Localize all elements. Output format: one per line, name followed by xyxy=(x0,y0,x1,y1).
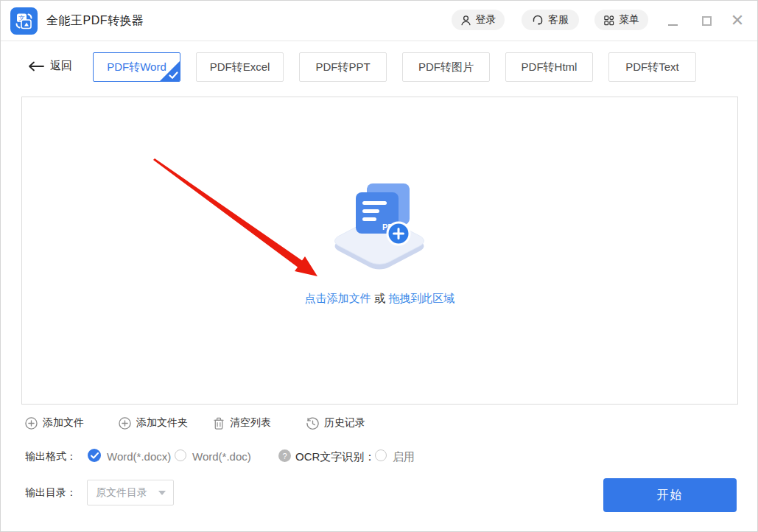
back-arrow-icon xyxy=(28,61,44,71)
login-button[interactable]: 登录 xyxy=(452,10,505,30)
tab-pdf-to-image[interactable]: PDF转图片 xyxy=(402,52,490,82)
tab-pdf-to-ppt[interactable]: PDF转PPT xyxy=(299,52,387,82)
clear-list-button[interactable]: 清空列表 xyxy=(213,415,271,431)
add-pdf-icon[interactable]: PDF xyxy=(329,178,432,270)
tab-pdf-to-word[interactable]: PDF转Word xyxy=(93,52,180,82)
add-folder-label: 添加文件夹 xyxy=(136,416,188,430)
or-text: 或 xyxy=(371,292,388,304)
minimize-icon xyxy=(668,24,678,26)
add-file-button[interactable]: 添加文件 xyxy=(25,415,84,431)
radio-doc[interactable] xyxy=(175,449,186,461)
clear-list-label: 清空列表 xyxy=(230,416,271,430)
menu-button[interactable]: 菜单 xyxy=(594,10,648,30)
output-format-label: 输出格式： xyxy=(25,450,77,463)
add-files-link[interactable]: 点击添加文件 xyxy=(305,292,371,304)
ocr-label: OCR文字识别： xyxy=(295,450,375,464)
tab-label: PDF转图片 xyxy=(418,60,474,74)
ocr-help-icon[interactable]: ? xyxy=(278,449,291,462)
maximize-icon xyxy=(702,16,712,26)
tab-label: PDF转Html xyxy=(522,60,578,74)
ocr-enable-label[interactable]: 启用 xyxy=(393,450,415,464)
output-dir-select[interactable]: 原文件目录 xyxy=(87,480,174,505)
dropzone-panel[interactable]: PDF 点击添加文件 或 拖拽到此区域 xyxy=(21,97,738,405)
customer-service-label: 客服 xyxy=(548,13,569,27)
titlebar: 文 全能王PDF转换器 登录 客服 菜单 ✕ xyxy=(1,1,757,41)
drag-here-link[interactable]: 拖拽到此区域 xyxy=(388,292,455,304)
output-dir-value: 原文件目录 xyxy=(96,486,147,500)
dropzone-hint: 点击添加文件 或 拖拽到此区域 xyxy=(22,292,737,306)
history-button[interactable]: 历史记录 xyxy=(306,415,365,431)
app-title: 全能王PDF转换器 xyxy=(46,13,144,29)
active-check-icon xyxy=(160,61,180,81)
tab-pdf-to-excel[interactable]: PDF转Excel xyxy=(196,52,284,82)
app-logo-icon: 文 xyxy=(10,7,38,35)
tab-pdf-to-text[interactable]: PDF转Text xyxy=(608,52,696,82)
tab-pdf-to-html[interactable]: PDF转Html xyxy=(505,52,593,82)
menu-label: 菜单 xyxy=(619,13,639,27)
tab-label: PDF转Text xyxy=(625,60,679,74)
tab-label: PDF转PPT xyxy=(315,60,370,74)
tab-label: PDF转Excel xyxy=(210,60,270,74)
app-window: 文 全能王PDF转换器 登录 客服 菜单 ✕ 返回 PDF转Wor xyxy=(0,0,758,532)
user-icon xyxy=(460,15,471,26)
add-circle-icon xyxy=(119,417,131,430)
grid-menu-icon xyxy=(603,15,614,26)
maximize-button[interactable] xyxy=(695,8,718,33)
tab-label: PDF转Word xyxy=(107,60,166,74)
headset-icon xyxy=(532,14,544,26)
output-dir-label: 输出目录： xyxy=(25,486,77,500)
trash-icon xyxy=(213,417,225,430)
radio-docx-label[interactable]: Word(*.docx) xyxy=(107,450,171,463)
output-format-row: 输出格式： Word(*.docx) Word(*.doc) ? OCR文字识别… xyxy=(1,447,757,466)
back-label: 返回 xyxy=(50,59,72,73)
radio-docx[interactable] xyxy=(88,449,101,462)
radio-doc-label[interactable]: Word(*.doc) xyxy=(192,450,251,463)
add-circle-icon xyxy=(25,417,38,430)
customer-service-button[interactable]: 客服 xyxy=(522,10,579,30)
minimize-button[interactable] xyxy=(661,8,684,33)
chevron-down-icon xyxy=(158,491,166,495)
login-label: 登录 xyxy=(476,13,496,27)
add-file-label: 添加文件 xyxy=(43,416,84,430)
back-button[interactable]: 返回 xyxy=(28,59,72,73)
add-folder-button[interactable]: 添加文件夹 xyxy=(119,415,188,431)
close-icon: ✕ xyxy=(731,13,744,29)
start-button[interactable]: 开始 xyxy=(603,478,737,512)
radio-ocr-enable[interactable] xyxy=(375,449,387,461)
history-label: 历史记录 xyxy=(324,416,365,430)
history-clock-icon xyxy=(306,417,319,430)
check-icon xyxy=(91,452,99,459)
close-button[interactable]: ✕ xyxy=(726,8,749,33)
